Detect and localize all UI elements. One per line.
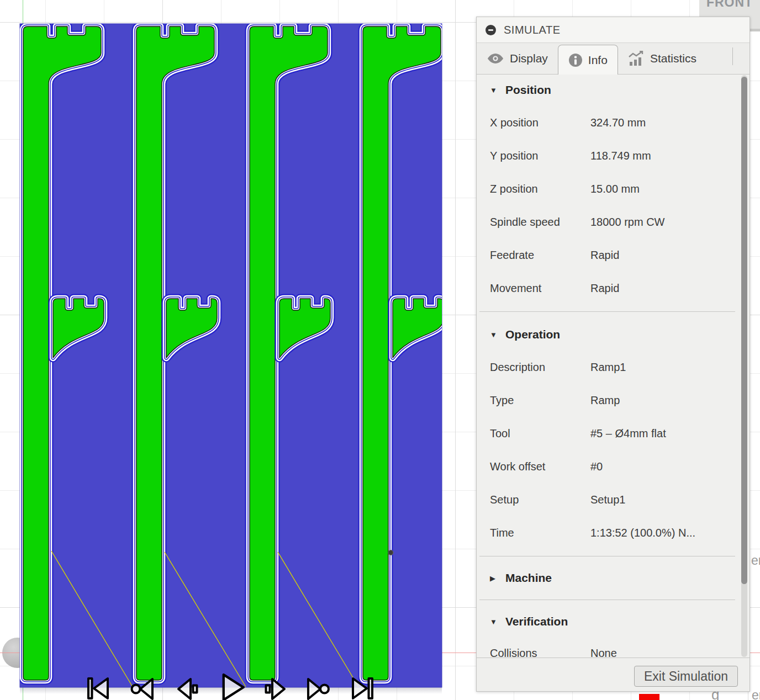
info-row-work-offset: Work offset #0 xyxy=(477,450,750,483)
simulate-panel: SIMULATE Display Info Statistics ▼ Posit… xyxy=(476,17,750,692)
info-row-z-position: Z position 15.00 mm xyxy=(477,172,750,205)
section-title: Position xyxy=(505,83,551,97)
disclosure-triangle-icon: ▼ xyxy=(490,618,499,626)
panel-title: SIMULATE xyxy=(504,24,561,36)
skip-to-end-button[interactable] xyxy=(350,676,375,700)
row-label: X position xyxy=(490,116,590,129)
row-label: Movement xyxy=(490,282,590,295)
tab-label: Display xyxy=(510,52,548,65)
info-row-time: Time 1:13:52 (100.0%) N... xyxy=(477,516,750,549)
section-header-operation[interactable]: ▼ Operation xyxy=(477,319,750,351)
step-forward-button[interactable] xyxy=(262,676,288,700)
disclosure-triangle-icon: ▼ xyxy=(490,86,499,94)
machining-simulation xyxy=(0,0,476,700)
row-value: Setup1 xyxy=(590,494,625,506)
collapse-icon[interactable] xyxy=(485,25,496,35)
disclosure-triangle-icon: ▼ xyxy=(490,331,499,339)
skip-to-start-icon xyxy=(86,676,111,700)
previous-operation-icon xyxy=(130,676,155,700)
section-header-machine[interactable]: ▶ Machine xyxy=(477,563,750,593)
row-label: Feedrate xyxy=(490,249,590,262)
tabbar-separator xyxy=(732,47,733,65)
section-title: Machine xyxy=(505,571,552,585)
row-value: #0 xyxy=(590,460,603,473)
step-back-button[interactable] xyxy=(175,676,200,700)
view-cube-front-label: FRONT xyxy=(699,0,760,10)
panel-tabbar: Display Info Statistics xyxy=(477,43,750,75)
timeline-red-marker xyxy=(639,694,659,700)
row-value: 18000 rpm CW xyxy=(590,216,665,229)
info-row-tool: Tool #5 – Ø4mm flat xyxy=(477,417,750,450)
row-value: Rapid xyxy=(590,282,619,295)
tab-label: Statistics xyxy=(650,52,696,65)
row-value: Rapid xyxy=(590,249,619,262)
info-row-spindle-speed: Spindle speed 18000 rpm CW xyxy=(477,205,750,238)
info-tab-content: ▼ Position X position 324.70 mm Y positi… xyxy=(477,74,750,658)
eye-icon xyxy=(487,53,504,64)
row-label: Z position xyxy=(490,183,590,195)
info-row-description: Description Ramp1 xyxy=(477,351,750,384)
next-operation-icon xyxy=(305,676,331,700)
disclosure-triangle-icon: ▶ xyxy=(490,574,499,582)
row-label: Type xyxy=(490,394,590,407)
panel-scrollbar-thumb[interactable] xyxy=(741,77,747,584)
simulate-panel-header[interactable]: SIMULATE xyxy=(477,17,750,43)
section-divider xyxy=(479,311,735,312)
row-label: Time xyxy=(490,527,590,539)
section-divider xyxy=(479,556,735,556)
row-label: Y position xyxy=(490,150,590,162)
panel-footer: Exit Simulation xyxy=(477,657,750,691)
section-header-verification[interactable]: ▼ Verification xyxy=(477,607,750,637)
tab-display[interactable]: Display xyxy=(477,43,558,74)
play-icon xyxy=(218,674,246,700)
row-value: 1:13:52 (100.0%) N... xyxy=(590,527,695,539)
next-operation-button[interactable] xyxy=(305,676,331,700)
occluded-text-fragment: er xyxy=(751,553,760,568)
step-back-icon xyxy=(175,676,200,700)
row-label: Work offset xyxy=(490,460,590,473)
row-value: Ramp xyxy=(590,394,620,407)
row-label: Spindle speed xyxy=(490,216,590,229)
row-value: 15.00 mm xyxy=(590,183,640,195)
statistics-icon xyxy=(628,51,645,66)
info-row-setup: Setup Setup1 xyxy=(477,483,750,516)
step-forward-icon xyxy=(262,676,288,700)
previous-operation-button[interactable] xyxy=(130,676,155,700)
row-label: Description xyxy=(490,361,590,374)
row-value: None xyxy=(590,647,617,659)
tab-statistics[interactable]: Statistics xyxy=(618,43,706,74)
info-icon xyxy=(568,53,583,67)
row-value: #5 – Ø4mm flat xyxy=(590,427,666,440)
skip-to-end-icon xyxy=(350,676,375,700)
info-row-feedrate: Feedrate Rapid xyxy=(477,238,750,272)
section-header-position[interactable]: ▼ Position xyxy=(477,74,750,106)
row-label: Tool xyxy=(490,427,590,440)
tab-label: Info xyxy=(588,54,608,67)
section-title: Verification xyxy=(505,615,568,628)
row-label: Setup xyxy=(490,494,590,506)
section-title: Operation xyxy=(505,328,560,341)
tab-info[interactable]: Info xyxy=(558,45,618,75)
play-button[interactable] xyxy=(218,674,246,700)
section-divider xyxy=(479,600,735,600)
info-row-movement: Movement Rapid xyxy=(477,272,750,305)
info-row-x-position: X position 324.70 mm xyxy=(477,106,750,139)
row-label: Collisions xyxy=(490,647,590,659)
exit-simulation-button[interactable]: Exit Simulation xyxy=(634,666,738,687)
tool-position-marker xyxy=(388,550,393,555)
row-value: 118.749 mm xyxy=(590,150,651,162)
info-row-collisions: Collisions None xyxy=(477,637,750,658)
skip-to-start-button[interactable] xyxy=(86,676,111,700)
occluded-text-fragment: er xyxy=(752,688,760,700)
row-value: Ramp1 xyxy=(590,361,626,374)
row-value: 324.70 mm xyxy=(590,116,646,129)
info-row-y-position: Y position 118.749 mm xyxy=(477,139,750,172)
info-row-type: Type Ramp xyxy=(477,384,750,417)
